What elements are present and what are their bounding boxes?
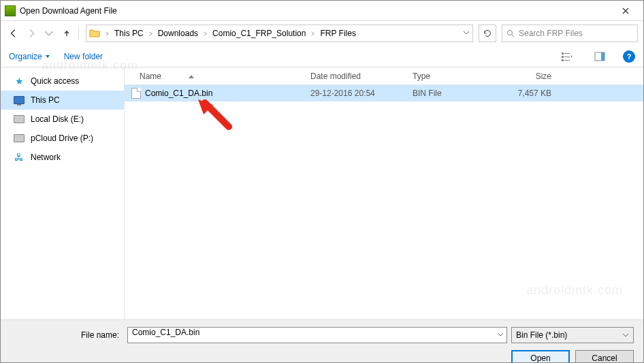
sidebar-item-label: Quick access	[31, 76, 79, 86]
svg-rect-6	[564, 60, 570, 61]
organize-menu[interactable]: Organize	[9, 52, 50, 61]
preview-pane-icon	[594, 52, 605, 61]
search-placeholder: Search FRP Files	[519, 29, 583, 38]
separator	[78, 27, 79, 40]
app-icon	[5, 5, 16, 16]
file-size: 7,457 KB	[489, 89, 557, 98]
svg-rect-5	[562, 59, 564, 61]
file-type-filter[interactable]: Bin File (*.bin)	[511, 327, 634, 343]
search-icon	[506, 29, 515, 37]
sidebar-item-pcloud[interactable]: pCloud Drive (P:)	[1, 129, 124, 148]
up-button[interactable]	[59, 26, 74, 41]
breadcrumb-item[interactable]: This PC	[112, 25, 146, 42]
drive-icon	[13, 113, 25, 125]
file-row[interactable]: Comio_C1_DA.bin 29-12-2016 20:54 BIN Fil…	[125, 85, 643, 101]
chevron-down-icon[interactable]	[497, 330, 504, 340]
address-bar[interactable]: This PC Downloads Comio_C1_FRP_Solution …	[86, 25, 473, 42]
navigation-sidebar: ★ Quick access This PC Local Disk (E:) p…	[1, 67, 125, 319]
chevron-down-icon	[45, 54, 50, 59]
back-button[interactable]	[6, 26, 21, 41]
view-options-button[interactable]	[558, 49, 577, 64]
pc-icon	[13, 94, 25, 106]
chevron-right-icon[interactable]	[308, 25, 317, 42]
sidebar-item-label: Local Disk (E:)	[31, 114, 84, 124]
chevron-right-icon[interactable]	[201, 25, 210, 42]
sidebar-item-label: Network	[31, 153, 61, 162]
file-list-area: Name Date modified Type Size Comio_C1_DA…	[125, 67, 643, 319]
folder-icon	[89, 29, 100, 38]
star-icon: ★	[13, 75, 25, 87]
file-type: BIN File	[407, 89, 489, 98]
breadcrumb-item[interactable]: FRP Files	[317, 25, 358, 42]
search-input[interactable]: Search FRP Files	[502, 25, 638, 42]
sidebar-item-quick-access[interactable]: ★ Quick access	[1, 72, 124, 91]
window-title: Open Download Agent File	[20, 6, 612, 16]
chevron-right-icon[interactable]	[103, 25, 112, 42]
svg-rect-3	[562, 56, 564, 58]
chevron-right-icon[interactable]	[146, 25, 155, 42]
new-folder-button[interactable]: New folder	[64, 52, 103, 61]
close-button[interactable]	[612, 1, 639, 21]
breadcrumb-item[interactable]: Downloads	[155, 25, 201, 42]
breadcrumb-item[interactable]: Comio_C1_FRP_Solution	[210, 25, 308, 42]
sidebar-item-this-pc[interactable]: This PC	[1, 91, 124, 110]
title-bar: Open Download Agent File	[1, 1, 643, 21]
column-name[interactable]: Name	[125, 67, 305, 84]
column-type[interactable]: Type	[407, 67, 489, 84]
column-date[interactable]: Date modified	[305, 67, 407, 84]
cancel-button[interactable]: Cancel	[575, 350, 634, 363]
preview-pane-button[interactable]	[590, 49, 609, 64]
close-icon	[622, 7, 629, 14]
column-headers: Name Date modified Type Size	[125, 67, 643, 85]
toolbar: Organize New folder ?	[1, 46, 643, 67]
file-date: 29-12-2016 20:54	[305, 89, 407, 98]
forward-button[interactable]	[24, 26, 39, 41]
svg-rect-1	[562, 52, 564, 54]
view-icon	[561, 52, 573, 61]
sort-indicator-icon	[189, 72, 194, 81]
open-button[interactable]: Open	[511, 350, 570, 363]
nav-row: This PC Downloads Comio_C1_FRP_Solution …	[1, 21, 643, 46]
dialog-footer: File name: Comio_C1_DA.bin Bin File (*.b…	[1, 319, 643, 363]
recent-dropdown[interactable]	[42, 26, 57, 41]
file-name: Comio_C1_DA.bin	[145, 89, 212, 98]
filename-label: File name:	[10, 330, 119, 340]
column-size[interactable]: Size	[489, 67, 557, 84]
file-icon	[131, 88, 141, 99]
drive-icon	[13, 132, 25, 144]
network-icon: 🖧	[13, 151, 25, 163]
main-area: ★ Quick access This PC Local Disk (E:) p…	[1, 67, 643, 319]
filename-input[interactable]: Comio_C1_DA.bin	[127, 327, 507, 343]
svg-rect-8	[601, 52, 605, 61]
svg-rect-2	[564, 53, 570, 54]
svg-point-0	[508, 31, 513, 35]
svg-rect-4	[564, 57, 570, 57]
help-button[interactable]: ?	[623, 50, 635, 63]
chevron-down-icon	[622, 332, 629, 338]
sidebar-item-network[interactable]: 🖧 Network	[1, 148, 124, 167]
chevron-down-icon[interactable]	[463, 29, 470, 38]
sidebar-item-label: This PC	[31, 95, 60, 105]
refresh-icon	[483, 29, 492, 38]
refresh-button[interactable]	[479, 25, 496, 42]
sidebar-item-local-disk[interactable]: Local Disk (E:)	[1, 110, 124, 129]
sidebar-item-label: pCloud Drive (P:)	[31, 133, 93, 143]
